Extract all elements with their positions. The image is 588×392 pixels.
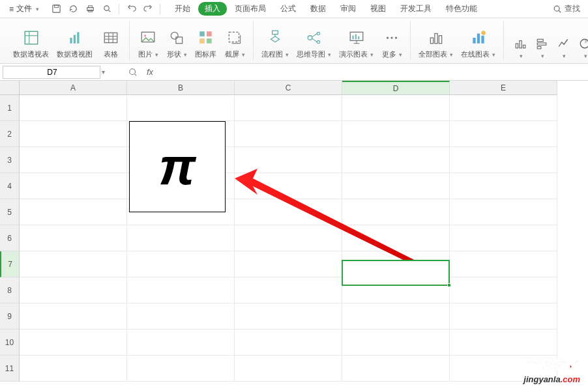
redo-button[interactable] bbox=[140, 2, 156, 16]
row-header-3[interactable]: 3 bbox=[0, 147, 20, 173]
column-header-D[interactable]: D bbox=[342, 81, 450, 95]
tab-页面布局[interactable]: 页面布局 bbox=[228, 1, 272, 16]
row-header-11[interactable]: 11 bbox=[0, 356, 20, 382]
cell-C5[interactable] bbox=[235, 199, 342, 225]
row-header-9[interactable]: 9 bbox=[0, 303, 20, 329]
cell-D2[interactable] bbox=[342, 121, 450, 147]
cell-D8[interactable] bbox=[342, 277, 450, 303]
cell-B6[interactable] bbox=[127, 225, 235, 251]
row-header-6[interactable]: 6 bbox=[0, 225, 20, 251]
flowchart-button[interactable]: 流程图▾ bbox=[260, 21, 290, 61]
present-chart-button[interactable]: 演示图表▾ bbox=[338, 21, 375, 61]
cell-B11[interactable] bbox=[127, 356, 235, 382]
row-header-4[interactable]: 4 bbox=[0, 173, 20, 199]
preview-button[interactable] bbox=[99, 2, 115, 16]
cell-B10[interactable] bbox=[127, 329, 235, 356]
cell-A1[interactable] bbox=[20, 95, 127, 121]
hbar-chart-small-button[interactable]: ▾ bbox=[532, 35, 551, 61]
cell-C7[interactable] bbox=[235, 251, 342, 277]
cell-D9[interactable] bbox=[342, 303, 450, 329]
cell-E4[interactable] bbox=[450, 173, 557, 199]
cell-C10[interactable] bbox=[235, 329, 342, 356]
cell-C9[interactable] bbox=[235, 303, 342, 329]
print-button[interactable] bbox=[82, 2, 98, 16]
cell-C6[interactable] bbox=[235, 225, 342, 251]
tab-开发工具[interactable]: 开发工具 bbox=[394, 1, 438, 16]
online-chart-button[interactable]: 在线图表▾ bbox=[460, 21, 497, 61]
cell-D4[interactable] bbox=[342, 173, 450, 199]
cell-C3[interactable] bbox=[235, 147, 342, 173]
cell-A10[interactable] bbox=[20, 329, 127, 356]
cell-C11[interactable] bbox=[235, 356, 342, 382]
column-header-A[interactable]: A bbox=[20, 81, 127, 95]
row-header-8[interactable]: 8 bbox=[0, 277, 20, 303]
shapes-button[interactable]: 形状▾ bbox=[165, 21, 188, 61]
cell-A9[interactable] bbox=[20, 303, 127, 329]
mindmap-button[interactable]: 思维导图▾ bbox=[295, 21, 332, 61]
fx-button[interactable]: fx bbox=[143, 66, 156, 79]
cell-C2[interactable] bbox=[235, 121, 342, 147]
cell-A6[interactable] bbox=[20, 225, 127, 251]
all-charts-button[interactable]: 全部图表▾ bbox=[417, 21, 454, 61]
name-box-dropdown[interactable]: ▾ bbox=[101, 68, 105, 76]
cell-E9[interactable] bbox=[450, 303, 557, 329]
cell-A7[interactable] bbox=[20, 251, 127, 277]
cell-A5[interactable] bbox=[20, 199, 127, 225]
cell-B7[interactable] bbox=[127, 251, 235, 277]
cell-C1[interactable] bbox=[235, 95, 342, 121]
print-preview-button[interactable] bbox=[65, 2, 81, 16]
file-menu[interactable]: ≡ 文件 ▾ bbox=[4, 2, 44, 16]
row-header-1[interactable]: 1 bbox=[0, 95, 20, 121]
cell-E2[interactable] bbox=[450, 121, 557, 147]
pivot-table-button[interactable]: 数据透视表 bbox=[12, 21, 50, 61]
save-button[interactable] bbox=[48, 2, 64, 16]
cell-E5[interactable] bbox=[450, 199, 557, 225]
row-header-10[interactable]: 10 bbox=[0, 329, 20, 356]
row-header-5[interactable]: 5 bbox=[0, 199, 20, 225]
cell-A2[interactable] bbox=[20, 121, 127, 147]
cell-D1[interactable] bbox=[342, 95, 450, 121]
more-button[interactable]: 更多▾ bbox=[380, 21, 404, 61]
select-all-corner[interactable] bbox=[0, 81, 20, 95]
cells-grid[interactable] bbox=[20, 95, 588, 389]
column-header-E[interactable]: E bbox=[450, 81, 557, 95]
cell-E8[interactable] bbox=[450, 277, 557, 303]
pi-symbol-image[interactable]: π bbox=[129, 121, 226, 212]
cell-E10[interactable] bbox=[450, 329, 557, 356]
screenshot-button[interactable]: 截屏▾ bbox=[223, 21, 246, 61]
cell-B9[interactable] bbox=[127, 303, 235, 329]
cell-A4[interactable] bbox=[20, 173, 127, 199]
tab-特色功能[interactable]: 特色功能 bbox=[439, 1, 484, 16]
cell-A11[interactable] bbox=[20, 356, 127, 382]
icon-library-button[interactable]: 图标库 bbox=[194, 21, 218, 61]
table-button[interactable]: 表格 bbox=[99, 21, 123, 61]
cell-E6[interactable] bbox=[450, 225, 557, 251]
cell-D7[interactable] bbox=[342, 251, 450, 277]
picture-button[interactable]: 图片▾ bbox=[136, 21, 160, 61]
formula-input[interactable] bbox=[160, 66, 588, 79]
pivot-chart-button[interactable]: 数据透视图 bbox=[55, 21, 94, 61]
cell-D11[interactable] bbox=[342, 356, 450, 382]
cell-D10[interactable] bbox=[342, 329, 450, 356]
cell-D5[interactable] bbox=[342, 199, 450, 225]
tab-开始[interactable]: 开始 bbox=[168, 1, 197, 16]
cell-E1[interactable] bbox=[450, 95, 557, 121]
cell-E7[interactable] bbox=[450, 251, 557, 277]
tab-公式[interactable]: 公式 bbox=[274, 1, 302, 16]
tab-插入[interactable]: 插入 bbox=[198, 2, 227, 16]
pie-chart-small-button[interactable]: ▾ bbox=[575, 35, 588, 61]
cell-C8[interactable] bbox=[235, 277, 342, 303]
cell-E3[interactable] bbox=[450, 147, 557, 173]
cell-D3[interactable] bbox=[342, 147, 450, 173]
row-header-2[interactable]: 2 bbox=[0, 121, 20, 147]
cell-A8[interactable] bbox=[20, 277, 127, 303]
column-header-C[interactable]: C bbox=[235, 81, 342, 95]
row-header-7[interactable]: 7 bbox=[0, 251, 20, 277]
bar-chart-small-button[interactable]: ▾ bbox=[510, 35, 530, 61]
cell-C4[interactable] bbox=[235, 173, 342, 199]
name-box[interactable] bbox=[3, 68, 101, 77]
cell-D6[interactable] bbox=[342, 225, 450, 251]
column-header-B[interactable]: B bbox=[127, 81, 235, 95]
tab-数据[interactable]: 数据 bbox=[304, 1, 332, 16]
line-chart-small-button[interactable]: ▾ bbox=[553, 35, 573, 61]
